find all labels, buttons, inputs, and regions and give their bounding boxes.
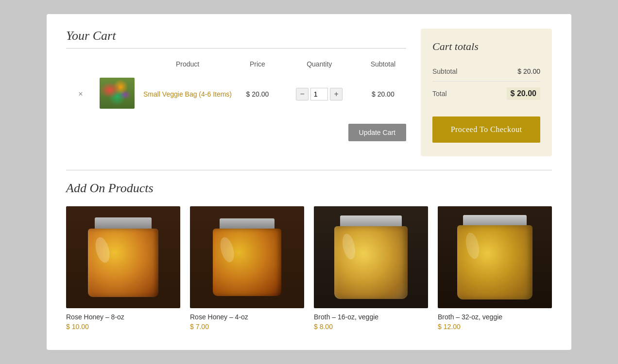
cart-title: Your Cart: [66, 29, 406, 43]
product-price-cell: $ 20.00: [236, 72, 279, 116]
addon-image-broth-32oz[interactable]: [438, 206, 552, 308]
col-subtotal: Subtotal: [360, 56, 406, 72]
addon-image-broth-16oz[interactable]: [314, 206, 428, 308]
addon-price: $ 8.00: [314, 323, 428, 331]
section-divider: [66, 170, 552, 170]
quantity-input[interactable]: [310, 88, 328, 100]
table-row: × Small Veggie Bag (4-6 Items) $ 20.00 −: [66, 72, 406, 116]
totals-title: Cart totals: [432, 40, 540, 53]
addon-price: $ 12.00: [438, 323, 552, 331]
table-header-row: Product Price Quantity Subtotal: [66, 56, 406, 72]
cart-section: Your Cart Product Price Quantity Subtota…: [66, 29, 406, 156]
list-item: Broth – 32-oz, veggie $ 12.00: [438, 206, 552, 331]
addon-name: Broth – 16-oz, veggie: [314, 313, 428, 321]
col-quantity: Quantity: [279, 56, 360, 72]
product-name-cell: Small Veggie Bag (4-6 Items): [139, 72, 236, 116]
update-cart-button[interactable]: Update Cart: [348, 124, 406, 141]
total-value: $ 20.00: [507, 87, 540, 100]
totals-card: Cart totals Subtotal $ 20.00 Total $ 20.…: [421, 29, 552, 156]
subtotal-row: Subtotal $ 20.00: [432, 62, 540, 82]
quantity-increase-button[interactable]: +: [330, 88, 343, 100]
top-section: Your Cart Product Price Quantity Subtota…: [66, 29, 552, 156]
product-image-cell: [95, 72, 139, 116]
subtotal-value: $ 20.00: [517, 67, 540, 75]
list-item: Rose Honey – 8-oz $ 10.00: [66, 206, 180, 331]
remove-item-button[interactable]: ×: [78, 90, 83, 99]
product-quantity-cell: − +: [279, 72, 360, 116]
list-item: Broth – 16-oz, veggie $ 8.00: [314, 206, 428, 331]
addon-price: $ 7.00: [190, 323, 304, 331]
total-row: Total $ 20.00: [432, 82, 540, 106]
quantity-control: − +: [281, 88, 358, 100]
addon-price: $ 10.00: [66, 323, 180, 331]
remove-cell[interactable]: ×: [66, 72, 95, 116]
product-name-link[interactable]: Small Veggie Bag (4-6 Items): [143, 90, 232, 98]
addon-name: Broth – 32-oz, veggie: [438, 313, 552, 321]
cart-divider: [66, 48, 406, 49]
subtotal-label: Subtotal: [432, 67, 457, 75]
col-product-img: [95, 56, 139, 72]
update-cart-row: Update Cart: [66, 124, 406, 146]
addons-section: Add On Products Rose Honey – 8-oz $: [66, 181, 552, 331]
addon-name: Rose Honey – 8-oz: [66, 313, 180, 321]
product-image: [100, 78, 135, 109]
checkout-button[interactable]: Proceed To Checkout: [432, 116, 540, 143]
quantity-decrease-button[interactable]: −: [296, 88, 309, 100]
product-subtotal-cell: $ 20.00: [360, 72, 406, 116]
addon-image-honey-4oz[interactable]: [190, 206, 304, 308]
addon-image-honey-8oz[interactable]: [66, 206, 180, 308]
col-price: Price: [236, 56, 279, 72]
cart-totals-section: Cart totals Subtotal $ 20.00 Total $ 20.…: [421, 29, 552, 156]
addon-name: Rose Honey – 4-oz: [190, 313, 304, 321]
col-product: Product: [139, 56, 236, 72]
col-remove: [66, 56, 95, 72]
addon-grid: Rose Honey – 8-oz $ 10.00 Rose Hon: [66, 206, 552, 331]
cart-table: Product Price Quantity Subtotal ×: [66, 56, 406, 116]
main-card: Your Cart Product Price Quantity Subtota…: [47, 14, 571, 350]
addons-title: Add On Products: [66, 181, 552, 196]
total-label: Total: [432, 90, 447, 98]
list-item: Rose Honey – 4-oz $ 7.00: [190, 206, 304, 331]
